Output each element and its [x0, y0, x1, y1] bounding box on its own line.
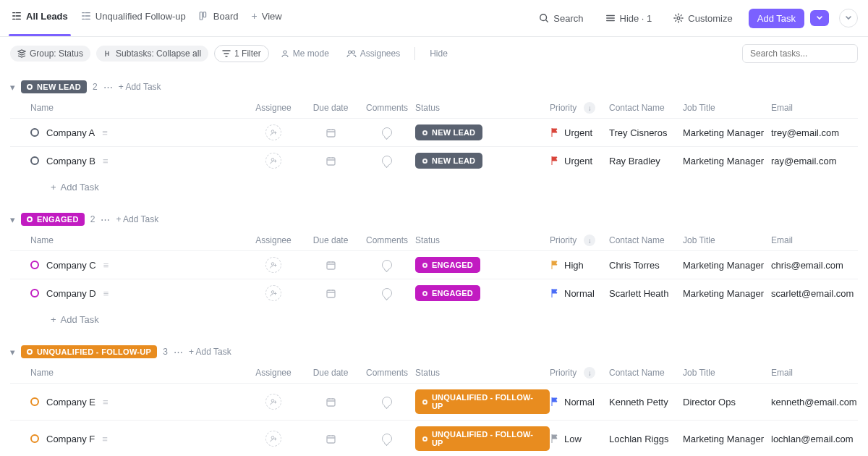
col-assignee[interactable]: Assignee	[244, 103, 302, 113]
group-more-button[interactable]: ⋯	[174, 347, 183, 358]
group-more-button[interactable]: ⋯	[103, 82, 113, 93]
assign-button[interactable]	[265, 124, 281, 140]
search-tasks-input[interactable]	[742, 44, 858, 63]
sort-desc-icon[interactable]: ↓	[584, 367, 595, 379]
status-badge[interactable]: UNQUALIFIED - FOLLOW-UP	[415, 389, 550, 414]
comments-button[interactable]	[382, 434, 392, 444]
chip-group[interactable]: Group: Status	[10, 46, 90, 62]
chip-subtasks[interactable]: Subtasks: Collapse all	[96, 46, 208, 62]
email-cell[interactable]: lochlan@email.com	[771, 434, 858, 444]
due-date-button[interactable]	[302, 127, 359, 138]
col-due-date[interactable]: Due date	[302, 235, 359, 245]
hide-link[interactable]: Hide	[424, 46, 454, 62]
job-title-cell[interactable]: Director Ops	[683, 397, 771, 408]
status-ring-icon[interactable]	[30, 156, 39, 165]
due-date-button[interactable]	[302, 434, 359, 444]
drag-icon[interactable]: ≡	[103, 156, 109, 166]
collapse-group-button[interactable]: ▾	[10, 347, 15, 358]
status-badge[interactable]: NEW LEAD	[415, 153, 482, 169]
priority-cell[interactable]: Normal	[550, 288, 609, 299]
status-badge[interactable]: ENGAGED	[415, 257, 480, 273]
add-task-dropdown[interactable]	[810, 10, 829, 26]
col-priority[interactable]: Priority↓	[550, 235, 609, 246]
col-comments[interactable]: Comments	[359, 235, 415, 245]
group-add-task-button[interactable]: + Add Task	[119, 82, 161, 92]
add-task-row[interactable]: + Add Task	[10, 307, 858, 335]
status-badge[interactable]: UNQUALIFIED - FOLLOW-UP	[415, 426, 550, 451]
col-comments[interactable]: Comments	[359, 103, 415, 113]
col-name[interactable]: Name	[30, 103, 244, 113]
status-badge[interactable]: NEW LEAD	[415, 124, 482, 140]
drag-icon[interactable]: ≡	[103, 288, 109, 299]
job-title-cell[interactable]: Marketing Manager	[683, 127, 771, 138]
task-row[interactable]: Company F ≡ UNQUALIFIED - FOLLOW-UP Low …	[10, 420, 858, 456]
comments-button[interactable]	[382, 156, 392, 166]
col-email[interactable]: Email	[771, 103, 858, 113]
col-status[interactable]: Status	[415, 103, 550, 113]
group-more-button[interactable]: ⋯	[101, 214, 110, 225]
contact-cell[interactable]: Chris Torres	[609, 260, 683, 271]
job-title-cell[interactable]: Marketing Manager	[683, 156, 771, 166]
email-cell[interactable]: trey@email.com	[771, 127, 858, 138]
contact-cell[interactable]: Lochlan Riggs	[609, 434, 683, 444]
col-assignee[interactable]: Assignee	[244, 235, 302, 245]
priority-cell[interactable]: High	[550, 260, 609, 271]
due-date-button[interactable]	[302, 397, 359, 408]
job-title-cell[interactable]: Marketing Manager	[683, 288, 771, 299]
hide-columns-button[interactable]: Hide · 1	[600, 10, 658, 27]
task-row[interactable]: Company C ≡ ENGAGED High Chris Torres Ma…	[10, 250, 858, 279]
group-status-pill[interactable]: NEW LEAD	[21, 80, 87, 93]
priority-cell[interactable]: Urgent	[550, 156, 609, 166]
group-status-pill[interactable]: ENGAGED	[21, 213, 85, 226]
priority-cell[interactable]: Normal	[550, 397, 609, 408]
drag-icon[interactable]: ≡	[103, 397, 109, 408]
chip-me-mode[interactable]: Me mode	[275, 46, 335, 62]
contact-cell[interactable]: Ray Bradley	[609, 156, 683, 166]
collapse-group-button[interactable]: ▾	[10, 82, 15, 93]
col-name[interactable]: Name	[30, 235, 244, 245]
col-name[interactable]: Name	[30, 368, 244, 378]
col-priority[interactable]: Priority↓	[550, 367, 609, 379]
task-row[interactable]: Company D ≡ ENGAGED Normal Scarlett Heat…	[10, 279, 858, 307]
chip-assignees[interactable]: Assignees	[341, 46, 406, 62]
collapse-group-button[interactable]: ▾	[10, 214, 15, 225]
priority-cell[interactable]: Urgent	[550, 127, 609, 138]
tab-view-add[interactable]: + View	[250, 6, 284, 30]
assign-button[interactable]	[265, 285, 281, 301]
col-assignee[interactable]: Assignee	[244, 368, 302, 378]
tab-all-leads[interactable]: All Leads	[10, 7, 69, 30]
email-cell[interactable]: chris@email.com	[771, 260, 858, 271]
group-add-task-button[interactable]: + Add Task	[116, 214, 158, 224]
chip-filter[interactable]: 1 Filter	[214, 45, 269, 62]
email-cell[interactable]: scarlett@email.com	[771, 288, 858, 299]
comments-button[interactable]	[382, 127, 392, 138]
contact-cell[interactable]: Scarlett Heath	[609, 288, 683, 299]
search-button[interactable]: Search	[533, 10, 589, 27]
add-task-button[interactable]: Add Task	[749, 9, 804, 28]
tab-unqualified[interactable]: Unqualified Follow-up	[80, 7, 187, 30]
contact-cell[interactable]: Kenneth Petty	[609, 397, 683, 408]
sort-desc-icon[interactable]: ↓	[584, 235, 595, 246]
add-task-row[interactable]: + Add Task	[10, 174, 858, 203]
assign-button[interactable]	[265, 257, 281, 273]
col-due-date[interactable]: Due date	[302, 103, 359, 113]
col-contact[interactable]: Contact Name	[609, 368, 683, 378]
col-job-title[interactable]: Job Title	[683, 103, 771, 113]
group-add-task-button[interactable]: + Add Task	[189, 347, 231, 357]
assign-button[interactable]	[265, 431, 281, 447]
tab-board[interactable]: Board	[197, 7, 240, 30]
col-job-title[interactable]: Job Title	[683, 368, 771, 378]
priority-cell[interactable]: Low	[550, 434, 609, 444]
status-badge[interactable]: ENGAGED	[415, 285, 480, 301]
due-date-button[interactable]	[302, 260, 359, 271]
assign-button[interactable]	[265, 394, 281, 410]
contact-cell[interactable]: Trey Cisneros	[609, 127, 683, 138]
col-contact[interactable]: Contact Name	[609, 103, 683, 113]
drag-icon[interactable]: ≡	[102, 434, 108, 444]
assign-button[interactable]	[265, 153, 281, 169]
customize-button[interactable]: Customize	[668, 10, 738, 27]
status-ring-icon[interactable]	[30, 289, 39, 297]
status-ring-icon[interactable]	[30, 128, 39, 137]
comments-button[interactable]	[382, 397, 392, 407]
email-cell[interactable]: ray@email.com	[771, 156, 858, 166]
